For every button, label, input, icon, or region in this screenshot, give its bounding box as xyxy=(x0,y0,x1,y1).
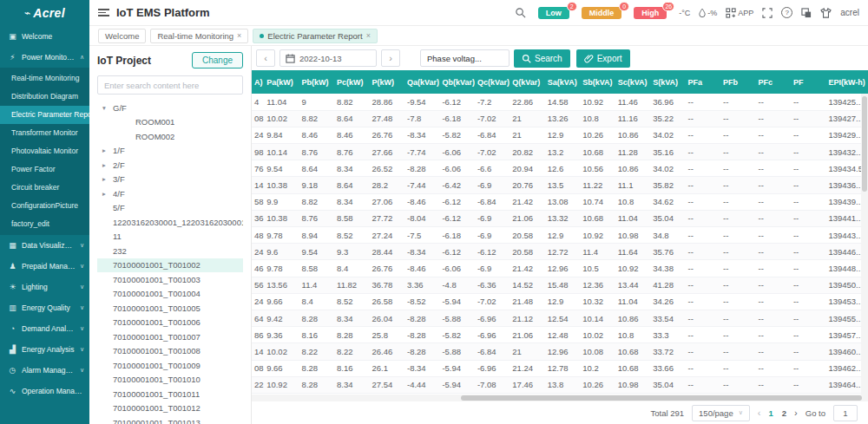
tree-search-input[interactable] xyxy=(97,75,243,95)
close-icon[interactable]: × xyxy=(237,31,241,40)
page-size-select[interactable]: 150/page ∨ xyxy=(692,405,750,421)
app-qr-button[interactable]: APP xyxy=(726,8,753,18)
close-icon[interactable]: × xyxy=(366,31,371,40)
table-row[interactable]: 411.0498.8228.86-9.54-6.12-7.222.8614.58… xyxy=(252,94,868,110)
tree-item[interactable]: 70100001001_T001004 xyxy=(97,287,243,302)
chevron-down-icon[interactable]: ▾ xyxy=(102,104,113,112)
tree-item[interactable]: 70100001001_T001003 xyxy=(97,272,243,287)
tree-item[interactable]: ROOM001 xyxy=(97,115,243,130)
sidebar-item-circuit-breaker[interactable]: Circuit breaker xyxy=(0,179,89,197)
sidebar-item-distribution-diagram[interactable]: Distribution Diagram xyxy=(0,88,89,106)
tab-real-time-monitoring[interactable]: Real-time Monitoring× xyxy=(150,29,248,43)
tree-item[interactable]: ▾G/F xyxy=(97,101,243,115)
tree-item[interactable]: 70100001001_T001010 xyxy=(97,373,243,388)
chevron-right-icon[interactable]: ▸ xyxy=(102,175,113,183)
table-row[interactable]: 3610.388.768.5827.72-8.04-6.12-6.921.061… xyxy=(252,210,868,226)
layers-icon[interactable] xyxy=(801,8,812,18)
alarm-badge-middle[interactable]: Middle0 xyxy=(582,7,622,19)
table-row[interactable]: 1410.028.228.2226.46-8.28-5.88-6.842112.… xyxy=(252,343,868,360)
table-row[interactable]: 249.848.468.4626.76-8.34-5.82-6.842112.9… xyxy=(252,127,868,143)
chevron-right-icon[interactable]: ▸ xyxy=(102,190,113,198)
sidebar-item-configurationpicture[interactable]: ConfigurationPicture xyxy=(0,197,89,215)
table-row[interactable]: 1410.389.188.6428.2-7.44-6.42-6.920.7613… xyxy=(252,177,868,193)
table-row[interactable]: 089.668.288.1626.1-8.34-5.94-6.9621.2412… xyxy=(252,360,868,376)
table-row[interactable]: 649.428.288.3426.04-8.28-5.88-6.9621.121… xyxy=(252,310,868,326)
sidebar-item-real-time-monitoring[interactable]: Real-time Monitoring xyxy=(0,69,89,88)
prev-day-button[interactable]: ‹ xyxy=(256,49,275,67)
hamburger-icon[interactable] xyxy=(98,9,109,16)
table-row[interactable]: 0810.028.828.6427.48-7.8-6.18-7.022113.2… xyxy=(252,110,868,127)
next-page-button[interactable]: › xyxy=(794,408,798,418)
tree-item[interactable]: ▸4/F xyxy=(97,186,243,201)
sidebar-item-factory-edit[interactable]: factory_edit xyxy=(0,215,89,233)
sidebar-item-power-monitoring[interactable]: ⚡Power Monitoring∧ xyxy=(0,47,89,68)
table-row[interactable]: 869.368.168.2825.8-8.28-5.82-6.9621.0612… xyxy=(252,327,868,343)
parameter-select[interactable]: Phase voltag... xyxy=(420,49,510,67)
sidebar-item-electric-parameter-report[interactable]: Electric Parameter Report xyxy=(0,106,89,124)
export-button[interactable]: Export xyxy=(576,49,630,68)
tree-item[interactable]: 232 xyxy=(97,244,243,258)
sidebar-item-photovaltaic-monitor[interactable]: Photovaltaic Monitor xyxy=(0,142,89,160)
table-row[interactable]: 5613.5611.411.8236.783.36-4.8-6.3614.521… xyxy=(252,277,868,293)
sidebar-item-demand-analysis[interactable]: ◔Demand Analysis∨ xyxy=(0,318,89,339)
tree-item[interactable]: 70100001001_T001002 xyxy=(97,258,243,273)
username[interactable]: acrel xyxy=(840,8,859,17)
tree-item[interactable]: ▸2/F xyxy=(97,158,243,173)
sidebar-item-energy-quality[interactable]: ▥Energy Quality∨ xyxy=(0,297,89,318)
horizontal-scrollbar-thumb[interactable] xyxy=(461,395,862,401)
table-row[interactable]: 489.788.948.5227.24-7.5-6.18-6.920.5812.… xyxy=(252,227,868,244)
page-button-1[interactable]: 1 xyxy=(768,408,773,418)
tree-item[interactable]: ▸3/F xyxy=(97,173,243,187)
tree-item[interactable]: 12203162030001_12203162030001_1 xyxy=(97,215,243,230)
sidebar-item-power-factor[interactable]: Power Factor xyxy=(0,160,89,179)
chevron-right-icon[interactable]: ▸ xyxy=(102,161,113,169)
help-icon[interactable]: ? xyxy=(781,7,792,18)
sidebar-item-lighting[interactable]: ☀Lighting∨ xyxy=(0,277,89,297)
sidebar-item-energy-analysis[interactable]: ▟Energy Analysis∨ xyxy=(0,339,89,360)
table-row[interactable]: 769.548.648.3426.52-8.28-6.06-6.620.9412… xyxy=(252,160,868,177)
theme-shirt-icon[interactable] xyxy=(820,8,832,18)
alarm-badge-low[interactable]: Low2 xyxy=(538,7,569,19)
vertical-scrollbar[interactable] xyxy=(861,94,868,395)
tree-item[interactable]: 70100001001_T001006 xyxy=(97,316,243,330)
page-button-2[interactable]: 2 xyxy=(782,408,786,418)
sidebar-item-operation-management[interactable]: ∿Operation Management xyxy=(0,381,89,401)
tree-item[interactable]: 70100001001_T001012 xyxy=(97,401,243,416)
tree-item[interactable]: 70100001001_T001009 xyxy=(97,358,243,373)
tree-item[interactable]: 70100001001_T001005 xyxy=(97,301,243,316)
table-row[interactable]: 9810.148.768.7627.66-7.74-6.06-7.0220.82… xyxy=(252,144,868,160)
table-row[interactable]: 469.788.588.426.76-8.46-6.06-6.921.4212.… xyxy=(252,260,868,277)
tree-item[interactable]: 70100001001_T001008 xyxy=(97,344,243,359)
tab-electric-parameter-report[interactable]: Electric Parameter Report× xyxy=(253,29,378,43)
next-day-button[interactable]: › xyxy=(381,49,400,67)
tree-item[interactable]: ROOM002 xyxy=(97,129,243,144)
sidebar-item-transformer-monitor[interactable]: Transformer Monitor xyxy=(0,124,89,142)
alarm-badge-high[interactable]: High26 xyxy=(634,7,667,19)
tree-item[interactable]: 70100001001_T001011 xyxy=(97,387,243,401)
tree-item[interactable]: 70100001001_T001013 xyxy=(97,415,243,424)
table-row[interactable]: 249.668.48.5226.58-8.52-5.94-7.0221.4812… xyxy=(252,293,868,310)
goto-page-input[interactable] xyxy=(833,405,858,421)
vertical-scrollbar-thumb[interactable] xyxy=(862,96,867,192)
sidebar-item-data-visualization[interactable]: ▦Data Visualization∨ xyxy=(0,235,89,256)
table-cell: 8.64 xyxy=(334,177,369,193)
table-row[interactable]: 2210.928.288.3427.54-4.44-5.94-7.0817.46… xyxy=(252,376,868,393)
fullscreen-icon[interactable] xyxy=(762,8,773,18)
sidebar-item-welcome[interactable]: ▣Welcome xyxy=(0,26,89,47)
search-icon[interactable] xyxy=(515,7,526,18)
change-button[interactable]: Change xyxy=(192,52,243,68)
tree-item[interactable]: ▸1/F xyxy=(97,144,243,159)
search-button[interactable]: Search xyxy=(514,49,570,68)
tree-item[interactable]: 70100001001_T001007 xyxy=(97,329,243,344)
table-row[interactable]: 249.69.549.328.44-8.34-6.12-6.1220.5812.… xyxy=(252,244,868,260)
chevron-right-icon[interactable]: ▸ xyxy=(102,147,113,154)
tab-welcome[interactable]: Welcome xyxy=(98,29,146,43)
tree-item[interactable]: 11 xyxy=(97,230,243,245)
table-row[interactable]: 589.98.828.3427.06-8.46-6.12-6.8421.4213… xyxy=(252,193,868,210)
tree-item[interactable]: 5/F xyxy=(97,201,243,216)
date-picker[interactable]: 2022-10-13 xyxy=(279,49,377,67)
prev-page-button[interactable]: ‹ xyxy=(758,408,761,418)
sidebar-item-prepaid-management[interactable]: ♟Prepaid Management∨ xyxy=(0,256,89,277)
horizontal-scrollbar[interactable] xyxy=(252,395,868,401)
sidebar-item-alarm-management[interactable]: ◷Alarm Management∨ xyxy=(0,360,89,381)
